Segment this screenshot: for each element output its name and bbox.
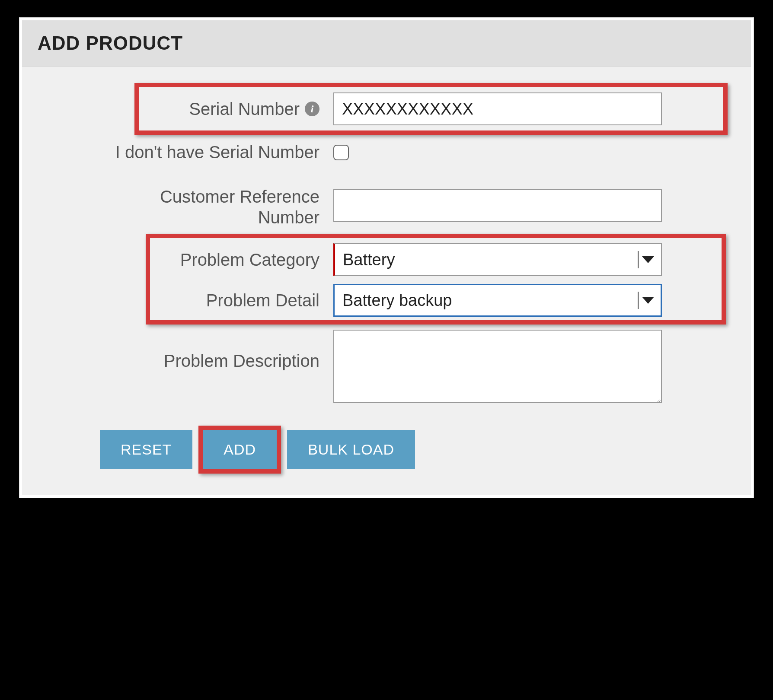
no-serial-row: I don't have Serial Number bbox=[48, 143, 725, 162]
problem-detail-row: Problem Detail bbox=[48, 284, 725, 317]
customer-reference-label: Customer Reference Number bbox=[48, 184, 333, 228]
problem-description-control bbox=[333, 330, 662, 405]
problem-description-row: Problem Description bbox=[48, 330, 725, 405]
problem-description-textarea[interactable] bbox=[333, 330, 662, 403]
problem-detail-label: Problem Detail bbox=[48, 291, 333, 310]
add-button[interactable]: ADD bbox=[203, 430, 277, 469]
problem-description-label: Problem Description bbox=[48, 330, 333, 371]
problem-detail-control bbox=[333, 284, 662, 317]
problems-group: Problem Category Problem Detail bbox=[48, 243, 725, 317]
no-serial-checkbox[interactable] bbox=[333, 145, 349, 160]
problem-category-select[interactable] bbox=[333, 243, 662, 276]
customer-reference-label-line1: Customer Reference bbox=[160, 187, 319, 206]
no-serial-checkbox-wrap bbox=[333, 145, 349, 160]
problem-category-control bbox=[333, 243, 662, 276]
panel-header: ADD PRODUCT bbox=[22, 20, 751, 67]
serial-number-label-wrap: Serial Number i bbox=[48, 99, 333, 119]
bulk-load-button[interactable]: BULK LOAD bbox=[287, 430, 415, 469]
problem-category-label: Problem Category bbox=[48, 250, 333, 270]
serial-number-row: Serial Number i bbox=[48, 92, 725, 125]
add-product-panel: ADD PRODUCT Serial Number i I don't have… bbox=[19, 17, 754, 498]
info-icon[interactable]: i bbox=[305, 102, 319, 116]
panel-body: Serial Number i I don't have Serial Numb… bbox=[22, 67, 751, 495]
serial-number-control bbox=[333, 92, 662, 125]
customer-reference-row: Customer Reference Number bbox=[48, 184, 725, 228]
customer-reference-label-line2: Number bbox=[258, 208, 319, 227]
problem-category-row: Problem Category bbox=[48, 243, 725, 276]
no-serial-label: I don't have Serial Number bbox=[48, 143, 333, 162]
button-row: RESET ADD BULK LOAD bbox=[48, 413, 725, 469]
problem-detail-select[interactable] bbox=[333, 284, 662, 317]
serial-number-label: Serial Number bbox=[189, 99, 300, 119]
serial-number-input[interactable] bbox=[333, 92, 662, 125]
customer-reference-control bbox=[333, 189, 662, 222]
panel-inner: ADD PRODUCT Serial Number i I don't have… bbox=[22, 20, 751, 495]
panel-title: ADD PRODUCT bbox=[38, 32, 735, 54]
customer-reference-input[interactable] bbox=[333, 189, 662, 222]
add-button-wrap: ADD bbox=[203, 430, 277, 469]
reset-button[interactable]: RESET bbox=[100, 430, 192, 469]
